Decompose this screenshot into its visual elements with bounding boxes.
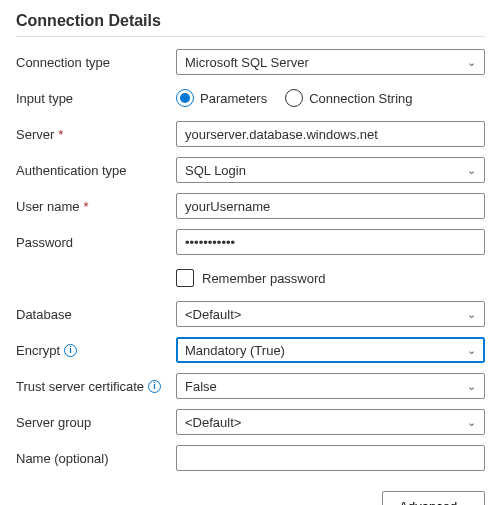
checkbox-unchecked-icon (176, 269, 194, 287)
label-connection-type: Connection type (16, 55, 176, 70)
chevron-down-icon: ⌄ (467, 380, 476, 393)
label-input-type: Input type (16, 91, 176, 106)
server-input[interactable] (176, 121, 485, 147)
trust-cert-value: False (185, 379, 217, 394)
radio-parameters-label: Parameters (200, 91, 267, 106)
connection-details-panel: Connection Details Connection type Micro… (0, 0, 501, 505)
password-input[interactable] (176, 229, 485, 255)
auth-type-value: SQL Login (185, 163, 246, 178)
connection-type-select[interactable]: Microsoft SQL Server ⌄ (176, 49, 485, 75)
server-group-select[interactable]: <Default> ⌄ (176, 409, 485, 435)
required-marker: * (84, 199, 89, 214)
chevron-down-icon: ⌄ (467, 308, 476, 321)
database-select[interactable]: <Default> ⌄ (176, 301, 485, 327)
radio-connection-string[interactable]: Connection String (285, 89, 412, 107)
chevron-down-icon: ⌄ (467, 164, 476, 177)
auth-type-select[interactable]: SQL Login ⌄ (176, 157, 485, 183)
radio-connstr-label: Connection String (309, 91, 412, 106)
required-marker: * (58, 127, 63, 142)
info-icon[interactable]: i (148, 380, 161, 393)
connection-type-value: Microsoft SQL Server (185, 55, 309, 70)
label-auth-type: Authentication type (16, 163, 176, 178)
server-group-value: <Default> (185, 415, 241, 430)
label-server: Server* (16, 127, 176, 142)
label-server-group: Server group (16, 415, 176, 430)
label-trust-cert: Trust server certificate i (16, 379, 176, 394)
advanced-button[interactable]: Advanced... (382, 491, 485, 505)
chevron-down-icon: ⌄ (467, 344, 476, 357)
encrypt-select[interactable]: Mandatory (True) ⌄ (176, 337, 485, 363)
label-database: Database (16, 307, 176, 322)
radio-checked-icon (176, 89, 194, 107)
panel-title: Connection Details (16, 8, 485, 37)
chevron-down-icon: ⌄ (467, 416, 476, 429)
username-input[interactable] (176, 193, 485, 219)
label-encrypt: Encrypt i (16, 343, 176, 358)
info-icon[interactable]: i (64, 344, 77, 357)
trust-cert-select[interactable]: False ⌄ (176, 373, 485, 399)
radio-parameters[interactable]: Parameters (176, 89, 267, 107)
remember-password-checkbox[interactable]: Remember password (176, 269, 485, 287)
remember-password-label: Remember password (202, 271, 326, 286)
chevron-down-icon: ⌄ (467, 56, 476, 69)
radio-unchecked-icon (285, 89, 303, 107)
label-name-optional: Name (optional) (16, 451, 176, 466)
label-password: Password (16, 235, 176, 250)
label-user-name: User name* (16, 199, 176, 214)
name-input[interactable] (176, 445, 485, 471)
database-value: <Default> (185, 307, 241, 322)
encrypt-value: Mandatory (True) (185, 343, 285, 358)
